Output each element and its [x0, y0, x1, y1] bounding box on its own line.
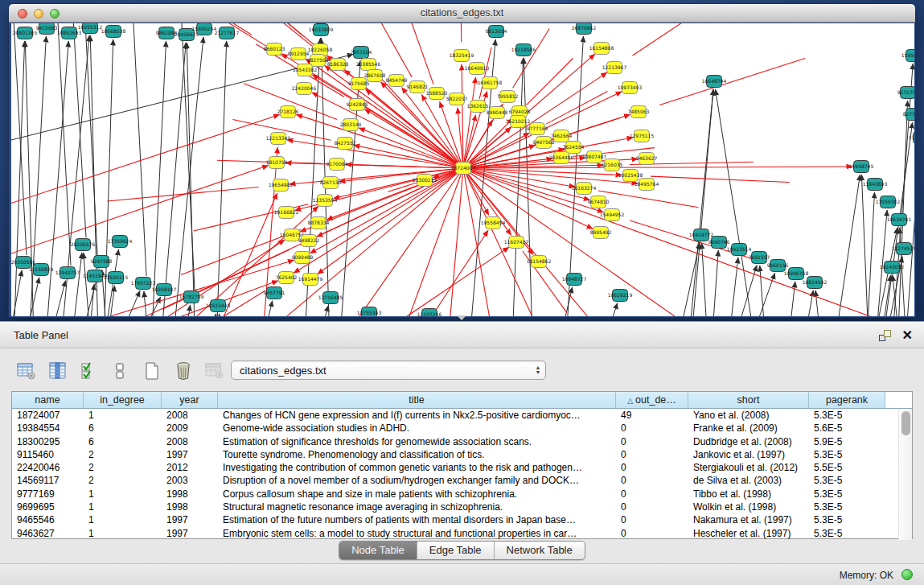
- citation-edge-out[interactable]: [412, 23, 433, 84]
- column-header-name[interactable]: name: [12, 392, 84, 408]
- table-row[interactable]: 2242004622012Investigating the contribut…: [12, 461, 898, 474]
- graph-node[interactable]: 9415683: [36, 23, 58, 35]
- graph-node[interactable]: 8912954: [288, 48, 310, 60]
- graph-node[interactable]: 8277459: [903, 109, 914, 121]
- graph-node[interactable]: 10948727: [562, 274, 587, 286]
- graph-node[interactable]: 1588520: [426, 88, 448, 100]
- citation-edge-in[interactable]: [248, 301, 273, 316]
- graph-node[interactable]: 8990448: [487, 107, 508, 119]
- citation-edge-out[interactable]: [364, 109, 463, 168]
- citation-edge-out[interactable]: [526, 59, 573, 105]
- graph-node[interactable]: 8813054: [486, 26, 507, 38]
- citation-edge-in[interactable]: [902, 146, 914, 316]
- graph-node[interactable]: 26876862: [572, 23, 597, 35]
- citation-network-graph[interactable]: 2080136594156831086269316055312186680389…: [11, 23, 914, 316]
- graph-node[interactable]: 13716485: [318, 292, 343, 304]
- scrollbar-thumb[interactable]: [901, 411, 910, 435]
- citation-edge-in[interactable]: [828, 175, 860, 316]
- citation-edge-out[interactable]: [513, 28, 550, 88]
- graph-node[interactable]: 5822037: [446, 93, 468, 105]
- table-vertical-scrollbar[interactable]: [898, 409, 912, 540]
- graph-node[interactable]: 20206576: [71, 239, 96, 251]
- citation-edge-out[interactable]: [633, 23, 758, 56]
- citation-edge-in[interactable]: [148, 41, 166, 316]
- citation-edge-out[interactable]: [546, 91, 607, 124]
- table-row[interactable]: 969969511998Structural magnetic resonanc…: [12, 501, 898, 513]
- citation-edge-in[interactable]: [161, 43, 186, 316]
- table-row[interactable]: 946362711997Embryonic stem cells: a mode…: [12, 527, 898, 540]
- graph-node[interactable]: 9242848: [347, 99, 368, 111]
- graph-node[interactable]: 9272758: [897, 87, 914, 99]
- graph-node[interactable]: 8427552: [335, 138, 356, 150]
- network-window-titlebar[interactable]: citations_edges.txt: [9, 4, 915, 23]
- graph-node[interactable]: 19558454: [481, 217, 506, 229]
- citation-edge-in[interactable]: [56, 23, 71, 266]
- citation-edge-out[interactable]: [651, 176, 790, 182]
- table-row[interactable]: 946554611997Estimation of the future num…: [12, 513, 898, 526]
- table-row[interactable]: 977716911998Corpus callosum shape and si…: [12, 488, 898, 501]
- graph-node[interactable]: 19654982: [269, 179, 294, 192]
- graph-node[interactable]: 16055312: [78, 23, 103, 34]
- citation-edge-in[interactable]: [685, 89, 713, 316]
- graph-node[interactable]: 9297588: [91, 256, 113, 268]
- graph-node[interactable]: 10996758: [784, 268, 809, 280]
- graph-node[interactable]: 9099489: [292, 252, 314, 264]
- create-column-icon[interactable]: [142, 360, 162, 381]
- citation-edge-in[interactable]: [298, 306, 328, 316]
- table-selector-dropdown[interactable]: citations_edges.txt ▲▼: [231, 360, 546, 380]
- graph-node[interactable]: 9170084: [326, 159, 348, 171]
- graph-node[interactable]: 11607427: [504, 237, 529, 249]
- table-row[interactable]: 1830029562008Estimation of significance …: [12, 435, 898, 448]
- graph-node[interactable]: 8454749: [386, 75, 408, 87]
- citation-edge-in[interactable]: [524, 58, 533, 316]
- graph-node[interactable]: 2803144: [340, 119, 362, 131]
- graph-node[interactable]: 19218586: [511, 44, 536, 56]
- citation-edge-in[interactable]: [216, 41, 227, 316]
- graph-node[interactable]: 1810755: [266, 157, 288, 169]
- graph-node[interactable]: 12942757: [55, 267, 80, 279]
- memory-ok-led-icon[interactable]: [901, 569, 913, 580]
- citation-edge-in[interactable]: [42, 281, 66, 316]
- graph-node[interactable]: 21277617: [215, 27, 240, 39]
- graph-node[interactable]: 7857224: [351, 47, 372, 59]
- graph-node[interactable]: 8878334: [308, 217, 330, 229]
- column-header-pagerank[interactable]: pagerank: [809, 392, 885, 408]
- close-panel-icon[interactable]: ✕: [902, 330, 913, 341]
- citation-edge-out[interactable]: [107, 187, 258, 201]
- citation-edge-in[interactable]: [760, 266, 769, 316]
- citation-edge-out[interactable]: [389, 230, 488, 316]
- tab-node-table[interactable]: Node Table: [339, 542, 417, 559]
- citation-edge-in[interactable]: [11, 270, 22, 316]
- graph-node[interactable]: 19166822: [274, 207, 299, 219]
- table-row[interactable]: 1938455462009Genome-wide association stu…: [12, 422, 898, 435]
- graph-node[interactable]: 16154808: [589, 43, 614, 55]
- graph-node[interactable]: 16914479: [298, 274, 323, 286]
- graph-node[interactable]: 1362615: [467, 101, 489, 113]
- citation-edge-out[interactable]: [659, 59, 805, 105]
- citation-edge-in[interactable]: [171, 37, 203, 316]
- graph-node[interactable]: 8995492: [590, 227, 612, 239]
- delete-column-icon[interactable]: [173, 360, 194, 381]
- citation-edge-in[interactable]: [187, 43, 196, 316]
- graph-node[interactable]: 12975115: [630, 130, 655, 142]
- citation-edge-in[interactable]: [199, 314, 216, 316]
- table-row[interactable]: 911546021997Tourette syndrome. Phenomeno…: [12, 448, 898, 461]
- citation-edge-in[interactable]: [721, 257, 738, 316]
- graph-node[interactable]: 7625402: [276, 272, 298, 284]
- citation-edge-out[interactable]: [598, 191, 699, 208]
- citation-edge-in[interactable]: [796, 290, 813, 316]
- citation-edge-in[interactable]: [84, 284, 94, 316]
- column-selection-icon[interactable]: [79, 360, 100, 381]
- graph-node[interactable]: 13505115: [104, 272, 129, 284]
- graph-node[interactable]: 12107256: [417, 309, 442, 317]
- graph-node[interactable]: 10634741: [887, 214, 912, 226]
- graph-node[interactable]: 12213967: [602, 62, 627, 74]
- tab-edge-table[interactable]: Edge Table: [417, 542, 495, 559]
- table-row[interactable]: 1456911722003Disruption of a novel membe…: [12, 474, 898, 487]
- graph-node[interactable]: 15958745: [849, 161, 874, 173]
- graph-node[interactable]: 11156829: [29, 264, 54, 276]
- graph-node[interactable]: 7955812: [497, 91, 519, 103]
- graph-node[interactable]: 9463627: [636, 153, 658, 165]
- graph-node[interactable]: 2718126: [277, 106, 299, 118]
- graph-node[interactable]: 17059302: [876, 196, 901, 208]
